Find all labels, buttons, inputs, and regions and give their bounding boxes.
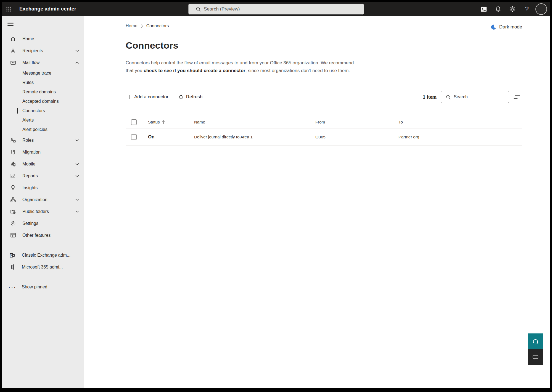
gear-icon (509, 6, 516, 12)
sidebar-item-label: Rules (22, 80, 34, 85)
app-launcher-icon[interactable] (2, 2, 15, 16)
nav-divider (8, 245, 81, 245)
account-avatar[interactable] (535, 3, 547, 15)
list-search[interactable] (441, 91, 509, 103)
sidebar-item-roles[interactable]: Roles (2, 134, 84, 146)
table-icon (10, 232, 16, 238)
svg-text:E: E (10, 254, 12, 257)
search-icon (196, 6, 201, 12)
support-button[interactable] (528, 333, 543, 349)
settings-button[interactable] (507, 3, 518, 15)
sidebar-item-other-features[interactable]: Other features (2, 229, 84, 241)
table-row[interactable]: On Deliver journal directly to Area 1 O3… (126, 128, 522, 146)
nav-items: Home Recipients Mail flow (2, 33, 84, 293)
column-header-to[interactable]: To (395, 120, 522, 124)
sidebar-item-classic-exchange[interactable]: E Classic Exchange adm... (2, 249, 84, 261)
breadcrumb-current: Connectors (146, 23, 169, 28)
sidebar-item-home[interactable]: Home (2, 33, 84, 45)
connectors-table: Status Name From To On Deliver journal d… (126, 116, 522, 146)
notifications-button[interactable] (492, 3, 504, 15)
column-header-name[interactable]: Name (191, 120, 312, 124)
row-checkbox[interactable] (131, 134, 137, 140)
list-search-input[interactable] (454, 94, 506, 99)
plus-icon (127, 94, 132, 99)
page-description: Connectors help control the flow of emai… (126, 59, 359, 75)
migration-icon (10, 149, 16, 155)
moon-icon (490, 24, 496, 30)
help-button[interactable]: ? (521, 3, 533, 15)
sidebar-item-public-folders[interactable]: Public folders (2, 206, 84, 217)
sidebar-item-microsoft-365-admin[interactable]: Microsoft 365 admi... (2, 261, 84, 273)
create-connector-check-link[interactable]: check to see if you should create a conn… (144, 68, 245, 73)
cell-from: O365 (312, 135, 395, 139)
nav-collapse-button[interactable] (4, 18, 17, 30)
sidebar-item-alerts[interactable]: Alerts (2, 115, 84, 125)
search-icon (446, 94, 451, 100)
mail-icon (10, 60, 16, 66)
home-icon (10, 36, 16, 42)
mobile-icon (10, 161, 16, 167)
select-all-checkbox[interactable] (131, 119, 137, 125)
sidebar-item-remote-domains[interactable]: Remote domains (2, 87, 84, 97)
waffle-icon (6, 6, 12, 12)
breadcrumb-separator-icon (141, 24, 143, 28)
cell-to: Partner org (395, 135, 522, 139)
sidebar-item-label: Show pinned (22, 285, 47, 290)
feedback-button[interactable] (528, 349, 543, 365)
sidebar-item-connectors[interactable]: Connectors (2, 106, 84, 115)
sidebar-item-label: Public folders (22, 209, 49, 214)
gear-icon (10, 220, 16, 227)
sidebar-item-alert-policies[interactable]: Alert policies (2, 125, 84, 134)
hamburger-icon (7, 22, 14, 26)
sidebar-item-message-trace[interactable]: Message trace (2, 69, 84, 78)
main-content: Home Connectors Dark mode Connectors Con… (84, 16, 550, 388)
ellipsis-icon: ··· (9, 283, 16, 291)
global-search[interactable] (188, 4, 364, 15)
sidebar-item-label: Connectors (22, 108, 45, 113)
sidebar-item-reports[interactable]: Reports (2, 170, 84, 182)
cell-name[interactable]: Deliver journal directly to Area 1 (191, 135, 312, 139)
sidebar-item-rules[interactable]: Rules (2, 78, 84, 87)
public-folders-icon (10, 209, 16, 215)
chevron-down-icon (75, 175, 79, 177)
app-title: Exchange admin center (19, 6, 76, 12)
column-header-from[interactable]: From (312, 120, 395, 124)
chevron-down-icon (75, 139, 79, 141)
chevron-down-icon (75, 50, 79, 52)
dark-mode-toggle[interactable]: Dark mode (490, 24, 522, 30)
sidebar-item-settings[interactable]: Settings (2, 217, 84, 229)
sidebar-item-accepted-domains[interactable]: Accepted domains (2, 97, 84, 106)
chevron-up-icon (75, 62, 79, 64)
column-label: To (398, 120, 403, 124)
add-connector-button[interactable]: Add a connector (126, 93, 170, 101)
sidebar-item-insights[interactable]: Insights (2, 182, 84, 194)
sidebar-item-label: Alert policies (22, 127, 47, 132)
app-window: Exchange admin center (2, 2, 550, 388)
filter-button[interactable] (511, 91, 522, 102)
column-label: From (315, 120, 325, 124)
sidebar-item-recipients[interactable]: Recipients (2, 45, 84, 57)
sidebar-item-mail-flow[interactable]: Mail flow (2, 57, 84, 69)
cloud-shell-icon (480, 6, 487, 12)
breadcrumb: Home Connectors (126, 23, 522, 28)
global-search-input[interactable] (204, 6, 360, 12)
column-header-status[interactable]: Status (144, 120, 191, 124)
topbar-actions: ? (478, 2, 547, 16)
sidebar-item-label: Settings (22, 221, 38, 226)
help-icon: ? (525, 5, 529, 13)
headset-icon (532, 338, 539, 345)
breadcrumb-home-link[interactable]: Home (126, 23, 138, 28)
sidebar-item-migration[interactable]: Migration (2, 146, 84, 158)
sidebar-item-organization[interactable]: Organization (2, 194, 84, 206)
item-count: 1 item (423, 94, 437, 100)
cloud-shell-button[interactable] (478, 3, 490, 15)
insights-icon (10, 185, 16, 191)
refresh-button[interactable]: Refresh (177, 93, 204, 101)
show-pinned-button[interactable]: ··· Show pinned (2, 281, 84, 293)
exchange-logo: E (9, 252, 16, 259)
organization-icon (10, 197, 16, 203)
refresh-icon (178, 94, 184, 100)
sidebar-item-label: Reports (22, 173, 38, 178)
sidebar-item-mobile[interactable]: Mobile (2, 158, 84, 170)
add-connector-label: Add a connector (134, 94, 168, 100)
